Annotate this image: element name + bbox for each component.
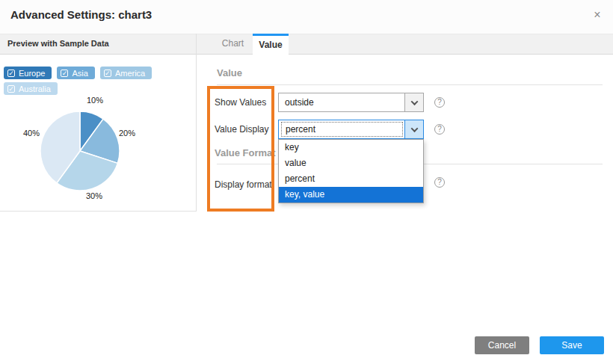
legend-label: Australia [19,84,51,93]
help-icon[interactable]: ? [434,177,445,188]
legend-label: Europe [19,69,45,78]
value-display-selected-value: percent [281,122,403,137]
legend-chip-australia[interactable]: ✓ Australia [4,82,58,95]
chart-legend: ✓ Europe ✓ Asia ✓ America ✓ Australia [4,67,191,95]
chevron-down-icon [404,120,423,138]
save-button[interactable]: Save [540,336,604,354]
legend-label: Asia [72,69,87,78]
legend-label: America [115,69,145,78]
dropdown-option-key-value[interactable]: key, value [279,187,423,203]
pie-label-30: 30% [86,191,102,200]
dialog-title: Advanced Settings: chart3 [10,8,152,21]
legend-chip-asia[interactable]: ✓ Asia [57,67,94,79]
chevron-down-icon [404,93,423,111]
checkbox-checked-icon: ✓ [61,70,68,77]
dropdown-option-value[interactable]: value [279,155,423,171]
pie-label-10: 10% [87,96,103,105]
help-icon[interactable]: ? [434,124,445,135]
checkbox-checked-icon: ✓ [7,70,15,77]
show-values-select[interactable]: outside [278,93,424,112]
section-title-value: Value [217,67,242,78]
close-icon[interactable]: × [590,7,605,22]
value-display-label: Value Display [215,124,268,135]
divider [217,84,603,85]
show-values-selected-value: outside [279,96,404,109]
cancel-button[interactable]: Cancel [475,336,529,354]
show-values-label: Show Values [215,97,266,108]
pie-chart [38,109,122,193]
dialog-title-bar: Advanced Settings: chart3 × [0,0,613,34]
value-display-select[interactable]: percent [278,120,424,139]
legend-chip-america[interactable]: ✓ America [100,67,152,79]
tab-chart[interactable]: Chart [213,34,253,54]
value-format-section-label: Value Format [215,147,276,158]
display-format-label: Display format [215,179,272,190]
tab-value[interactable]: Value [253,34,289,55]
preview-panel-title: Preview with Sample Data [7,39,109,48]
pie-label-40: 40% [23,129,40,138]
help-icon[interactable]: ? [434,97,445,108]
dropdown-option-key[interactable]: key [279,140,423,155]
checkbox-checked-icon: ✓ [7,85,15,93]
legend-chip-europe[interactable]: ✓ Europe [4,67,52,79]
checkbox-checked-icon: ✓ [104,70,111,77]
value-display-dropdown-list: key value percent key, value [278,139,424,203]
pie-label-20: 20% [119,129,135,138]
dropdown-option-percent[interactable]: percent [279,171,423,187]
